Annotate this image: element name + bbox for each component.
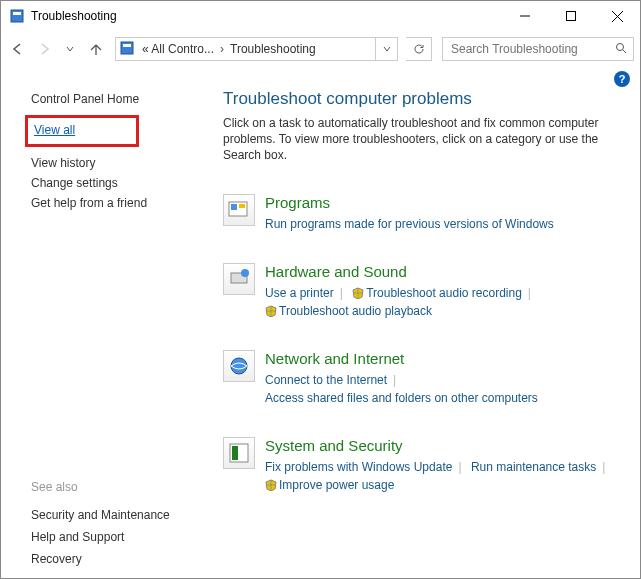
link-use-printer[interactable]: Use a printer bbox=[265, 284, 334, 302]
link-connect-internet[interactable]: Connect to the Internet bbox=[265, 371, 387, 389]
svg-line-9 bbox=[623, 50, 626, 53]
see-also-recovery[interactable]: Recovery bbox=[31, 548, 201, 570]
svg-rect-0 bbox=[11, 10, 23, 22]
title-bar: Troubleshooting bbox=[1, 1, 640, 31]
toolbar: « All Contro... › Troubleshooting bbox=[1, 31, 640, 67]
minimize-button[interactable] bbox=[502, 1, 548, 31]
link-maintenance[interactable]: Run maintenance tasks bbox=[471, 458, 596, 476]
maximize-button[interactable] bbox=[548, 1, 594, 31]
category-title[interactable]: Hardware and Sound bbox=[265, 263, 624, 280]
svg-rect-1 bbox=[13, 12, 21, 15]
sidebar-home[interactable]: Control Panel Home bbox=[31, 89, 201, 109]
svg-rect-6 bbox=[121, 42, 133, 54]
sidebar-view-history[interactable]: View history bbox=[31, 153, 201, 173]
sidebar-get-help[interactable]: Get help from a friend bbox=[31, 193, 201, 213]
link-audio-recording[interactable]: Troubleshoot audio recording bbox=[366, 284, 522, 302]
shield-icon bbox=[352, 286, 364, 298]
link-windows-update[interactable]: Fix problems with Windows Update bbox=[265, 458, 452, 476]
svg-point-8 bbox=[617, 43, 624, 50]
svg-rect-11 bbox=[231, 204, 237, 210]
search-input[interactable] bbox=[449, 41, 615, 57]
see-also-security[interactable]: Security and Maintenance bbox=[31, 504, 201, 526]
category-system: System and Security Fix problems with Wi… bbox=[223, 437, 624, 494]
page-description: Click on a task to automatically trouble… bbox=[223, 115, 623, 164]
back-button[interactable] bbox=[7, 37, 29, 61]
close-button[interactable] bbox=[594, 1, 640, 31]
svg-rect-12 bbox=[239, 204, 245, 208]
category-title[interactable]: Programs bbox=[265, 194, 624, 211]
window-title: Troubleshooting bbox=[31, 9, 502, 23]
category-network: Network and Internet Connect to the Inte… bbox=[223, 350, 624, 407]
category-title[interactable]: System and Security bbox=[265, 437, 624, 454]
app-icon bbox=[9, 8, 25, 24]
page-title: Troubleshoot computer problems bbox=[223, 89, 624, 109]
hardware-icon bbox=[223, 263, 255, 295]
breadcrumb-separator[interactable]: › bbox=[216, 42, 228, 56]
svg-rect-17 bbox=[232, 446, 238, 460]
search-icon[interactable] bbox=[615, 42, 627, 57]
recent-dropdown[interactable] bbox=[59, 37, 81, 61]
main-content: Troubleshoot computer problems Click on … bbox=[201, 87, 640, 579]
shield-icon bbox=[265, 304, 277, 316]
breadcrumb-leaf[interactable]: Troubleshooting bbox=[228, 42, 318, 56]
link-shared-files[interactable]: Access shared files and folders on other… bbox=[265, 389, 538, 407]
programs-icon bbox=[223, 194, 255, 226]
shield-icon bbox=[265, 478, 277, 490]
address-bar[interactable]: « All Contro... › Troubleshooting bbox=[115, 37, 398, 61]
sidebar: Control Panel Home View all View history… bbox=[1, 87, 201, 579]
link-run-programs[interactable]: Run programs made for previous versions … bbox=[265, 215, 554, 233]
help-row: ? bbox=[1, 67, 640, 87]
sidebar-view-all[interactable]: View all bbox=[34, 120, 130, 140]
see-also-help[interactable]: Help and Support bbox=[31, 526, 201, 548]
refresh-button[interactable] bbox=[406, 37, 432, 61]
svg-point-15 bbox=[231, 358, 247, 374]
window-controls bbox=[502, 1, 640, 31]
highlight-box: View all bbox=[25, 115, 139, 147]
category-title[interactable]: Network and Internet bbox=[265, 350, 624, 367]
see-also: See also Security and Maintenance Help a… bbox=[31, 480, 201, 570]
link-power-usage[interactable]: Improve power usage bbox=[279, 476, 394, 494]
svg-point-14 bbox=[241, 269, 249, 277]
forward-button[interactable] bbox=[33, 37, 55, 61]
network-icon bbox=[223, 350, 255, 382]
see-also-label: See also bbox=[31, 480, 201, 494]
sidebar-change-settings[interactable]: Change settings bbox=[31, 173, 201, 193]
search-box[interactable] bbox=[442, 37, 634, 61]
svg-rect-3 bbox=[567, 12, 576, 21]
system-icon bbox=[223, 437, 255, 469]
up-button[interactable] bbox=[85, 37, 107, 61]
category-programs: Programs Run programs made for previous … bbox=[223, 194, 624, 233]
svg-rect-7 bbox=[123, 44, 131, 47]
address-dropdown[interactable] bbox=[375, 38, 397, 60]
category-hardware: Hardware and Sound Use a printer| Troubl… bbox=[223, 263, 624, 320]
address-icon bbox=[120, 41, 136, 57]
help-icon[interactable]: ? bbox=[614, 71, 630, 87]
link-audio-playback[interactable]: Troubleshoot audio playback bbox=[279, 302, 432, 320]
breadcrumb-root[interactable]: « All Contro... bbox=[140, 42, 216, 56]
